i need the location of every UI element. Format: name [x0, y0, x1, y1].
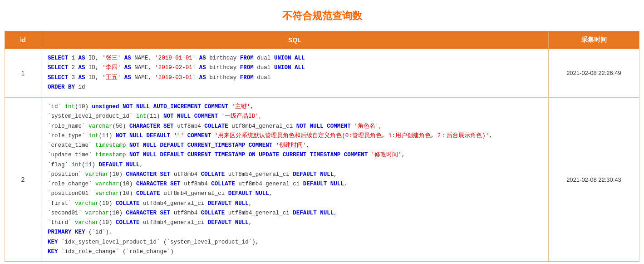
page-title: 不符合规范查询数	[5, 9, 639, 23]
table-row: 2 `id` int(10) unsigned NOT NULL AUTO_IN…	[5, 97, 639, 262]
page-container: 不符合规范查询数 id SQL 采集时间 1 SELECT 1 AS ID, '…	[0, 0, 644, 264]
cell-id-2: 2	[5, 97, 41, 262]
table-row: 1 SELECT 1 AS ID, '张三' AS NAME, '2019-01…	[5, 49, 639, 98]
col-time: 采集时间	[549, 31, 639, 49]
cell-sql-1: SELECT 1 AS ID, '张三' AS NAME, '2019-01-0…	[41, 49, 549, 98]
col-id: id	[5, 31, 41, 49]
cell-id-1: 1	[5, 49, 41, 98]
table-header-row: id SQL 采集时间	[5, 31, 639, 49]
cell-sql-2: `id` int(10) unsigned NOT NULL AUTO_INCR…	[41, 97, 549, 262]
cell-time-1: 2021-02-08 22:26:49	[549, 49, 639, 98]
cell-time-2: 2021-02-08 22:30:43	[549, 97, 639, 262]
data-table: id SQL 采集时间 1 SELECT 1 AS ID, '张三' AS NA…	[5, 31, 639, 262]
col-sql: SQL	[41, 31, 549, 49]
